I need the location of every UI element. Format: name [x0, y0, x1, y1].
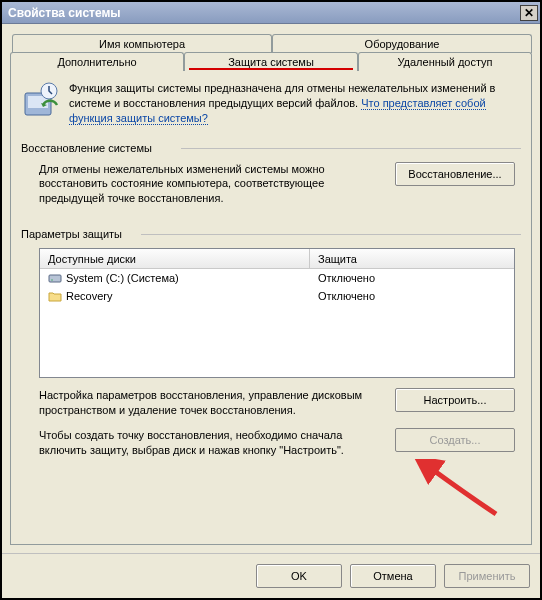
configure-description: Настройка параметров восстановления, упр… [39, 388, 377, 418]
titlebar: Свойства системы ✕ [2, 2, 540, 24]
cancel-button[interactable]: Отмена [350, 564, 436, 588]
table-row[interactable]: System (C:) (Система) Отключено [40, 269, 514, 287]
close-button[interactable]: ✕ [520, 5, 538, 21]
tab-advanced[interactable]: Дополнительно [10, 52, 184, 71]
tab-computer-name[interactable]: Имя компьютера [12, 34, 272, 53]
create-button: Создать... [395, 428, 515, 452]
dialog-buttons: OK Отмена Применить [2, 553, 540, 598]
folder-icon [48, 290, 62, 302]
close-icon: ✕ [524, 6, 534, 20]
content-area: Имя компьютера Оборудование Дополнительн… [2, 24, 540, 553]
restore-heading: Восстановление системы [21, 142, 521, 154]
tab-hardware[interactable]: Оборудование [272, 34, 532, 53]
col-protection[interactable]: Защита [310, 249, 514, 268]
shield-icon [21, 81, 59, 119]
tabs: Имя компьютера Оборудование Дополнительн… [10, 34, 532, 71]
tab-panel: Функция защиты системы предназначена для… [10, 70, 532, 545]
svg-rect-3 [49, 275, 61, 282]
tab-system-protection[interactable]: Защита системы [184, 52, 358, 71]
table-row[interactable]: Recovery Отключено [40, 287, 514, 305]
intro-block: Функция защиты системы предназначена для… [21, 81, 521, 126]
help-link[interactable]: Что представляет собой [361, 97, 485, 110]
ok-button[interactable]: OK [256, 564, 342, 588]
restore-description: Для отмены нежелательных изменений систе… [39, 162, 385, 207]
apply-button: Применить [444, 564, 530, 588]
help-link-2[interactable]: функция защиты системы? [69, 112, 208, 125]
hdd-icon [48, 272, 62, 284]
configure-button[interactable]: Настроить... [395, 388, 515, 412]
intro-text: Функция защиты системы предназначена для… [69, 81, 521, 126]
svg-point-4 [51, 279, 53, 281]
col-disks[interactable]: Доступные диски [40, 249, 310, 268]
tab-remote-access[interactable]: Удаленный доступ [358, 52, 532, 71]
drives-table[interactable]: Доступные диски Защита System (C:) (Сист… [39, 248, 515, 378]
window-title: Свойства системы [8, 6, 121, 20]
annotation-arrow-icon [411, 459, 501, 519]
table-header: Доступные диски Защита [40, 249, 514, 269]
create-description: Чтобы создать точку восстановления, необ… [39, 428, 377, 458]
restore-button[interactable]: Восстановление... [395, 162, 515, 186]
params-heading: Параметры защиты [21, 228, 521, 240]
